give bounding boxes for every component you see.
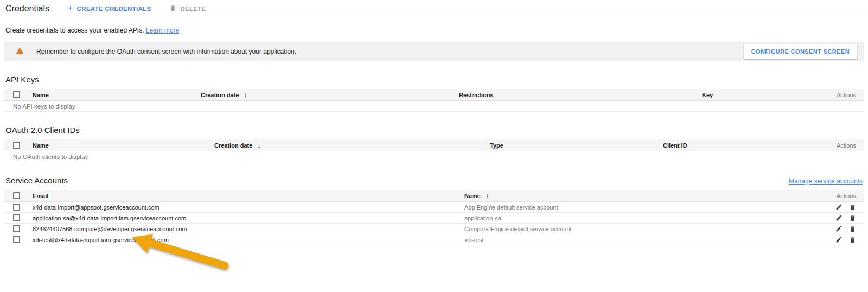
- column-header-actions: Actions: [826, 92, 864, 98]
- select-all-cell: [4, 192, 28, 199]
- creation-date-label: Creation date: [201, 92, 239, 98]
- service-account-email[interactable]: 824624407568-compute@developer.gservicea…: [28, 226, 460, 232]
- description-text: Create credentials to access your enable…: [5, 27, 144, 34]
- create-credentials-label: CREATE CREDENTIALS: [77, 5, 151, 12]
- delete-trash-icon[interactable]: [849, 214, 856, 222]
- service-account-name: App Engine default service account: [460, 204, 826, 211]
- column-header-client-id[interactable]: Client ID: [659, 142, 826, 149]
- create-credentials-button[interactable]: + CREATE CREDENTIALS: [68, 4, 151, 13]
- service-accounts-table: Email Name↑ Actions x4d-data-import@apps…: [4, 190, 864, 245]
- page-description: Create credentials to access your enable…: [5, 27, 863, 34]
- row-checkbox[interactable]: [13, 214, 20, 221]
- row-checkbox-cell: [4, 236, 28, 243]
- row-checkbox[interactable]: [13, 225, 20, 232]
- service-account-name: application-sa: [460, 215, 826, 221]
- delete-trash-icon[interactable]: [849, 236, 856, 244]
- row-checkbox[interactable]: [13, 204, 20, 211]
- row-actions: [826, 236, 864, 244]
- column-header-actions: Actions: [826, 142, 864, 149]
- service-accounts-heading: Service Accounts: [5, 176, 68, 185]
- service-account-name: Compute Engine default service account: [460, 226, 826, 232]
- page-title: Credentials: [5, 4, 49, 14]
- service-account-row[interactable]: xdi-test@x4d-data-import.iam.gserviceacc…: [4, 234, 864, 245]
- page-header: Credentials + CREATE CREDENTIALS DELETE: [0, 0, 868, 17]
- service-account-row[interactable]: application-sa@x4d-data-import.iam.gserv…: [4, 213, 864, 224]
- service-accounts-heading-row: Service Accounts Manage service accounts: [5, 176, 863, 185]
- column-header-type[interactable]: Type: [486, 142, 659, 149]
- column-header-creation-date[interactable]: Creation date↓: [196, 91, 455, 99]
- row-checkbox[interactable]: [13, 236, 20, 243]
- oauth-clients-empty-state: No OAuth clients to display: [4, 151, 864, 162]
- edit-pencil-icon[interactable]: [835, 214, 843, 221]
- row-actions: [826, 225, 864, 233]
- select-all-cell: [4, 142, 28, 149]
- column-header-name[interactable]: Name: [28, 92, 196, 98]
- oauth-consent-warning-banner: Remember to configure the OAuth consent …: [4, 42, 864, 61]
- row-checkbox-cell: [4, 225, 28, 232]
- column-header-email[interactable]: Email: [28, 193, 460, 199]
- creation-date-label: Creation date: [214, 142, 252, 149]
- delete-trash-icon[interactable]: [849, 225, 856, 233]
- service-account-name: xdi-test: [460, 237, 826, 243]
- learn-more-link[interactable]: Learn more: [146, 27, 179, 34]
- row-actions: [826, 214, 864, 222]
- api-keys-table-header: Name Creation date↓ Restrictions Key Act…: [4, 89, 864, 101]
- delete-label: DELETE: [180, 5, 206, 12]
- row-checkbox-cell: [4, 214, 28, 221]
- service-account-row[interactable]: 824624407568-compute@developer.gservicea…: [4, 224, 864, 234]
- row-checkbox-cell: [4, 204, 28, 211]
- manage-service-accounts-link[interactable]: Manage service accounts: [789, 177, 863, 185]
- plus-icon: +: [68, 4, 73, 12]
- edit-pencil-icon[interactable]: [835, 204, 843, 211]
- column-header-actions: Actions: [826, 193, 864, 199]
- edit-pencil-icon[interactable]: [835, 236, 843, 243]
- select-all-checkbox[interactable]: [13, 142, 20, 149]
- api-keys-heading: API Keys: [5, 75, 863, 84]
- service-accounts-table-header: Email Name↑ Actions: [4, 190, 864, 202]
- column-header-restrictions[interactable]: Restrictions: [455, 92, 698, 98]
- select-all-checkbox[interactable]: [13, 91, 20, 98]
- api-keys-empty-state: No API keys to display: [4, 101, 864, 112]
- name-label: Name: [464, 193, 481, 199]
- service-account-row[interactable]: x4d-data-import@appspot.gserviceaccount.…: [4, 202, 864, 213]
- select-all-cell: [4, 91, 28, 98]
- oauth-clients-heading: OAuth 2.0 Client IDs: [5, 125, 863, 135]
- oauth-clients-table-header: Name Creation date↓ Type Client ID Actio…: [4, 139, 864, 151]
- api-keys-table: Name Creation date↓ Restrictions Key Act…: [4, 89, 864, 112]
- oauth-clients-table: Name Creation date↓ Type Client ID Actio…: [4, 139, 864, 162]
- trash-icon: [169, 4, 176, 13]
- row-actions: [826, 204, 864, 211]
- column-header-name[interactable]: Name: [28, 142, 210, 149]
- warning-text: Remember to configure the OAuth consent …: [36, 48, 296, 55]
- service-account-email[interactable]: application-sa@x4d-data-import.iam.gserv…: [28, 215, 460, 221]
- column-header-name[interactable]: Name↑: [460, 192, 826, 200]
- service-account-email[interactable]: xdi-test@x4d-data-import.iam.gserviceacc…: [28, 237, 460, 243]
- column-header-key[interactable]: Key: [698, 92, 826, 98]
- delete-button[interactable]: DELETE: [169, 4, 206, 13]
- sort-descending-icon: ↓: [244, 91, 247, 99]
- configure-consent-screen-button[interactable]: CONFIGURE CONSENT SCREEN: [744, 44, 857, 59]
- edit-pencil-icon[interactable]: [835, 225, 843, 232]
- service-accounts-rows: x4d-data-import@appspot.gserviceaccount.…: [4, 202, 864, 245]
- column-header-creation-date[interactable]: Creation date↓: [210, 141, 486, 149]
- select-all-checkbox[interactable]: [13, 192, 20, 199]
- warning-icon: [15, 47, 24, 57]
- sort-ascending-icon: ↑: [486, 192, 489, 200]
- sort-descending-icon: ↓: [257, 141, 261, 149]
- service-account-email[interactable]: x4d-data-import@appspot.gserviceaccount.…: [28, 204, 460, 211]
- delete-trash-icon[interactable]: [849, 204, 856, 211]
